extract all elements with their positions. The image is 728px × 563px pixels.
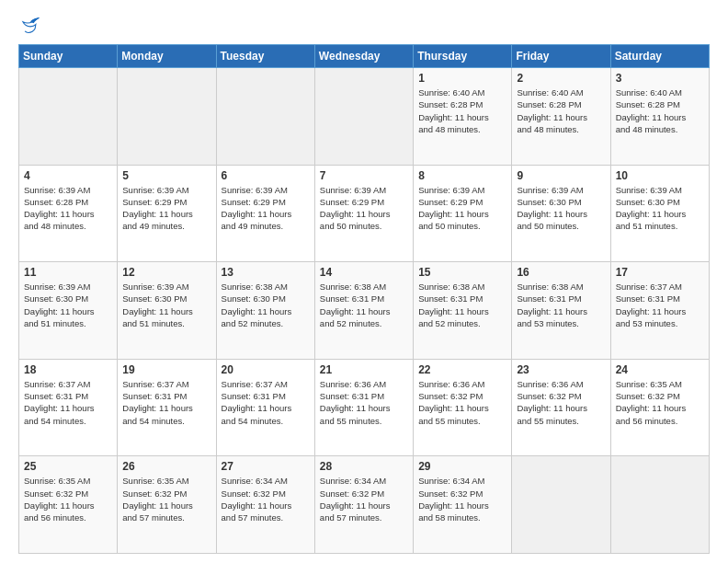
day-number: 12 — [122, 266, 210, 279]
day-number: 10 — [616, 169, 704, 182]
day-info: Sunrise: 6:40 AMSunset: 6:28 PMDaylight:… — [616, 86, 704, 135]
day-number: 23 — [517, 363, 605, 376]
weekday-header-friday: Friday — [512, 45, 610, 68]
calendar-cell: 10Sunrise: 6:39 AMSunset: 6:30 PMDayligh… — [610, 165, 709, 262]
weekday-header-sunday: Sunday — [19, 45, 118, 68]
calendar-cell: 22Sunrise: 6:36 AMSunset: 6:32 PMDayligh… — [414, 359, 512, 456]
day-info: Sunrise: 6:37 AMSunset: 6:31 PMDaylight:… — [222, 378, 310, 427]
calendar-table: SundayMondayTuesdayWednesdayThursdayFrid… — [18, 44, 710, 554]
day-number: 2 — [517, 72, 605, 85]
day-info: Sunrise: 6:39 AMSunset: 6:30 PMDaylight:… — [24, 281, 112, 329]
day-info: Sunrise: 6:39 AMSunset: 6:29 PMDaylight:… — [122, 184, 210, 233]
calendar-cell — [19, 68, 118, 166]
day-info: Sunrise: 6:36 AMSunset: 6:32 PMDaylight:… — [418, 378, 506, 427]
logo-bird-icon — [20, 15, 40, 35]
week-row-3: 11Sunrise: 6:39 AMSunset: 6:30 PMDayligh… — [19, 262, 710, 360]
calendar-cell: 4Sunrise: 6:39 AMSunset: 6:28 PMDaylight… — [19, 165, 118, 262]
day-number: 3 — [616, 72, 704, 85]
day-info: Sunrise: 6:37 AMSunset: 6:31 PMDaylight:… — [616, 281, 704, 329]
day-info: Sunrise: 6:34 AMSunset: 6:32 PMDaylight:… — [320, 475, 408, 523]
day-number: 15 — [418, 266, 506, 279]
calendar-cell — [118, 68, 216, 166]
week-row-2: 4Sunrise: 6:39 AMSunset: 6:28 PMDaylight… — [19, 165, 710, 262]
calendar-cell: 20Sunrise: 6:37 AMSunset: 6:31 PMDayligh… — [216, 359, 314, 456]
day-number: 26 — [122, 460, 210, 473]
day-info: Sunrise: 6:37 AMSunset: 6:31 PMDaylight:… — [122, 378, 210, 427]
calendar-cell: 29Sunrise: 6:34 AMSunset: 6:32 PMDayligh… — [414, 456, 512, 554]
calendar-cell: 27Sunrise: 6:34 AMSunset: 6:32 PMDayligh… — [216, 456, 314, 554]
day-info: Sunrise: 6:37 AMSunset: 6:31 PMDaylight:… — [24, 378, 112, 427]
day-number: 9 — [517, 169, 605, 182]
calendar-cell: 26Sunrise: 6:35 AMSunset: 6:32 PMDayligh… — [118, 456, 216, 554]
calendar-cell: 24Sunrise: 6:35 AMSunset: 6:32 PMDayligh… — [610, 359, 709, 456]
day-number: 4 — [24, 169, 112, 182]
day-info: Sunrise: 6:40 AMSunset: 6:28 PMDaylight:… — [418, 86, 506, 135]
weekday-header-row: SundayMondayTuesdayWednesdayThursdayFrid… — [19, 45, 710, 68]
calendar-cell: 7Sunrise: 6:39 AMSunset: 6:29 PMDaylight… — [314, 165, 413, 262]
week-row-5: 25Sunrise: 6:35 AMSunset: 6:32 PMDayligh… — [19, 456, 710, 554]
day-number: 20 — [222, 363, 310, 376]
week-row-4: 18Sunrise: 6:37 AMSunset: 6:31 PMDayligh… — [19, 359, 710, 456]
day-number: 24 — [616, 363, 704, 376]
day-number: 7 — [320, 169, 408, 182]
day-info: Sunrise: 6:35 AMSunset: 6:32 PMDaylight:… — [122, 475, 210, 523]
day-number: 14 — [320, 266, 408, 279]
day-info: Sunrise: 6:39 AMSunset: 6:29 PMDaylight:… — [418, 184, 506, 233]
day-number: 29 — [418, 460, 506, 473]
week-row-1: 1Sunrise: 6:40 AMSunset: 6:28 PMDaylight… — [19, 68, 710, 166]
calendar-cell: 17Sunrise: 6:37 AMSunset: 6:31 PMDayligh… — [610, 262, 709, 360]
day-info: Sunrise: 6:39 AMSunset: 6:29 PMDaylight:… — [222, 184, 310, 233]
calendar-cell: 8Sunrise: 6:39 AMSunset: 6:29 PMDaylight… — [414, 165, 512, 262]
day-info: Sunrise: 6:35 AMSunset: 6:32 PMDaylight:… — [616, 378, 704, 427]
weekday-header-thursday: Thursday — [414, 45, 512, 68]
calendar-cell: 25Sunrise: 6:35 AMSunset: 6:32 PMDayligh… — [19, 456, 118, 554]
calendar-cell: 5Sunrise: 6:39 AMSunset: 6:29 PMDaylight… — [118, 165, 216, 262]
calendar-cell: 9Sunrise: 6:39 AMSunset: 6:30 PMDaylight… — [512, 165, 610, 262]
day-number: 22 — [418, 363, 506, 376]
calendar-cell: 12Sunrise: 6:39 AMSunset: 6:30 PMDayligh… — [118, 262, 216, 360]
calendar-cell: 13Sunrise: 6:38 AMSunset: 6:30 PMDayligh… — [216, 262, 314, 360]
day-info: Sunrise: 6:34 AMSunset: 6:32 PMDaylight:… — [222, 475, 310, 523]
logo — [18, 15, 40, 35]
calendar-cell: 21Sunrise: 6:36 AMSunset: 6:31 PMDayligh… — [314, 359, 413, 456]
calendar-cell: 2Sunrise: 6:40 AMSunset: 6:28 PMDaylight… — [512, 68, 610, 166]
calendar-cell: 23Sunrise: 6:36 AMSunset: 6:32 PMDayligh… — [512, 359, 610, 456]
calendar-cell: 19Sunrise: 6:37 AMSunset: 6:31 PMDayligh… — [118, 359, 216, 456]
calendar-cell: 14Sunrise: 6:38 AMSunset: 6:31 PMDayligh… — [314, 262, 413, 360]
day-number: 27 — [222, 460, 310, 473]
calendar-cell: 1Sunrise: 6:40 AMSunset: 6:28 PMDaylight… — [414, 68, 512, 166]
calendar-cell — [610, 456, 709, 554]
day-number: 21 — [320, 363, 408, 376]
day-info: Sunrise: 6:38 AMSunset: 6:31 PMDaylight:… — [418, 281, 506, 329]
calendar-cell — [314, 68, 413, 166]
day-info: Sunrise: 6:39 AMSunset: 6:30 PMDaylight:… — [122, 281, 210, 329]
day-number: 5 — [122, 169, 210, 182]
calendar-cell: 16Sunrise: 6:38 AMSunset: 6:31 PMDayligh… — [512, 262, 610, 360]
calendar-cell: 6Sunrise: 6:39 AMSunset: 6:29 PMDaylight… — [216, 165, 314, 262]
calendar-cell: 28Sunrise: 6:34 AMSunset: 6:32 PMDayligh… — [314, 456, 413, 554]
day-info: Sunrise: 6:35 AMSunset: 6:32 PMDaylight:… — [24, 475, 112, 523]
day-number: 18 — [24, 363, 112, 376]
day-info: Sunrise: 6:34 AMSunset: 6:32 PMDaylight:… — [418, 475, 506, 523]
calendar-cell: 18Sunrise: 6:37 AMSunset: 6:31 PMDayligh… — [19, 359, 118, 456]
day-info: Sunrise: 6:38 AMSunset: 6:31 PMDaylight:… — [320, 281, 408, 329]
weekday-header-tuesday: Tuesday — [216, 45, 314, 68]
day-number: 1 — [418, 72, 506, 85]
day-number: 13 — [222, 266, 310, 279]
day-info: Sunrise: 6:39 AMSunset: 6:30 PMDaylight:… — [517, 184, 605, 233]
day-number: 28 — [320, 460, 408, 473]
day-number: 16 — [517, 266, 605, 279]
day-info: Sunrise: 6:36 AMSunset: 6:31 PMDaylight:… — [320, 378, 408, 427]
day-number: 19 — [122, 363, 210, 376]
day-info: Sunrise: 6:38 AMSunset: 6:31 PMDaylight:… — [517, 281, 605, 329]
day-info: Sunrise: 6:36 AMSunset: 6:32 PMDaylight:… — [517, 378, 605, 427]
calendar-cell — [216, 68, 314, 166]
day-number: 8 — [418, 169, 506, 182]
header — [18, 15, 710, 35]
day-info: Sunrise: 6:39 AMSunset: 6:28 PMDaylight:… — [24, 184, 112, 233]
day-info: Sunrise: 6:39 AMSunset: 6:30 PMDaylight:… — [616, 184, 704, 233]
calendar-cell — [512, 456, 610, 554]
calendar-cell: 15Sunrise: 6:38 AMSunset: 6:31 PMDayligh… — [414, 262, 512, 360]
day-number: 17 — [616, 266, 704, 279]
day-info: Sunrise: 6:40 AMSunset: 6:28 PMDaylight:… — [517, 86, 605, 135]
